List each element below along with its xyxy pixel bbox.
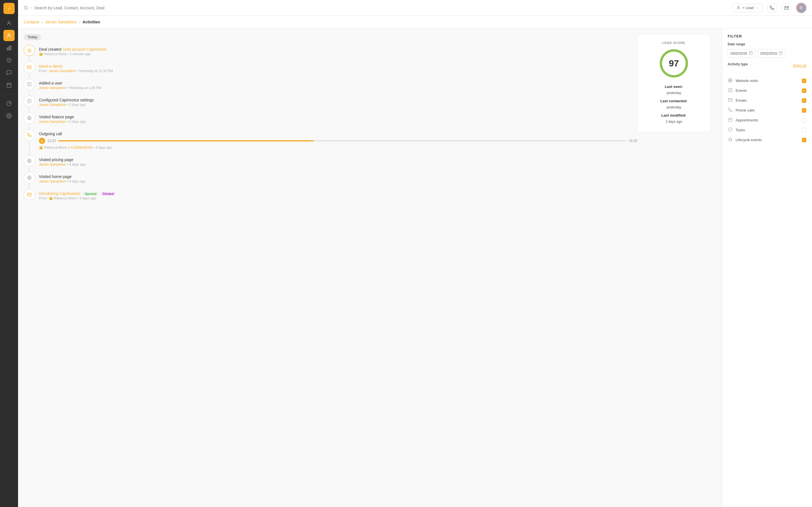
- date-to-input[interactable]: 25/02/2016: [758, 49, 785, 58]
- appointments-label: Appointments: [735, 118, 758, 122]
- emails-label: Emails: [735, 98, 747, 103]
- outgoing-call-meta: 👑 Rebecca Moris (+12093643248) • 2 days …: [39, 146, 637, 150]
- svg-point-2: [8, 21, 10, 23]
- tasks-icon: [728, 127, 733, 133]
- search-icon: [24, 6, 33, 10]
- filter-item-left: Events: [728, 88, 747, 93]
- breadcrumb-sep-1: ›: [42, 20, 43, 24]
- search-bar: [24, 6, 165, 10]
- james-link-6[interactable]: James Sampleton: [39, 179, 66, 183]
- svg-rect-38: [779, 52, 782, 55]
- visited-pricing-title: Visited pricing page: [39, 158, 716, 162]
- breadcrumb-contact-name[interactable]: James Sampleton: [45, 20, 77, 24]
- james-link-5[interactable]: James Sampleton: [39, 163, 66, 166]
- sidebar-item-analytics[interactable]: [3, 42, 15, 54]
- avatar[interactable]: R: [796, 3, 806, 13]
- date-to-value: 25/02/2016: [760, 52, 777, 55]
- phone-icon-btn[interactable]: [767, 3, 777, 13]
- filter-item-left: Appointments: [728, 117, 758, 123]
- added-user-meta: James Sampleton • Yesterday at 1:48 PM: [39, 86, 637, 90]
- breadcrumb: Contacts › James Sampleton › Activities: [18, 16, 812, 29]
- sidebar-item-calendar[interactable]: [3, 79, 15, 91]
- events-checkbox[interactable]: ✓: [802, 89, 806, 93]
- lifecycle-events-checkbox[interactable]: ✓: [802, 138, 806, 142]
- deal-created-link[interactable]: Gold account CapInvoice: [62, 47, 106, 52]
- svg-line-15: [27, 9, 28, 10]
- call-icon: [24, 129, 35, 140]
- svg-rect-4: [7, 48, 8, 50]
- visited-feature-title: Visited feature page: [39, 115, 637, 119]
- visited-home-content: Visited home page James Sampleton • 4 da…: [39, 172, 716, 183]
- svg-point-14: [24, 6, 28, 9]
- phone-link[interactable]: +12093643248: [69, 146, 91, 150]
- need-demo-link[interactable]: Need a demo: [39, 64, 63, 68]
- tasks-checkbox[interactable]: [802, 128, 806, 132]
- select-all-link[interactable]: Select all: [793, 64, 806, 68]
- timeline-item: Introducing CapInvoice! Opened Clicked F…: [24, 189, 716, 200]
- james-link-2[interactable]: James Sampleton: [39, 86, 66, 90]
- visited-pricing-meta: James Sampleton • 4 days ago: [39, 163, 716, 166]
- app-logo[interactable]: ⚡: [3, 3, 15, 14]
- filter-item-left: Website visits: [728, 78, 758, 83]
- filter-item-lifecycle-events: Lifecycle events ✓: [722, 135, 812, 145]
- timeline-line: [29, 73, 30, 78]
- timeline-line: [29, 56, 30, 62]
- need-demo-meta: From: James Sampleton • Yesterday at 12:…: [39, 69, 637, 73]
- james-link-3[interactable]: James Sampleton: [39, 103, 66, 107]
- svg-rect-6: [10, 46, 11, 50]
- lifecycle-events-icon: [728, 137, 733, 143]
- outgoing-call-title: Outgoing call: [39, 131, 637, 136]
- svg-point-13: [8, 115, 10, 117]
- sidebar-item-messages[interactable]: [3, 67, 15, 78]
- svg-rect-9: [7, 83, 11, 87]
- intro-email-link[interactable]: Introducing CapInvoice!: [39, 191, 80, 196]
- added-user-title: Added a user: [39, 81, 637, 86]
- sidebar-item-contacts[interactable]: [3, 17, 15, 29]
- call-current-time: 13:23: [47, 139, 56, 143]
- app-layout: ⚡ $: [0, 0, 812, 507]
- svg-text:⚡: ⚡: [7, 6, 12, 11]
- date-from-value: 19/02/2016: [730, 52, 747, 55]
- filter-header: FILTER Date range 19/02/2016 25/02/2016: [722, 29, 812, 76]
- email-icon: [24, 62, 35, 73]
- lead-button-label: + Lead: [742, 6, 754, 10]
- sidebar-item-reports[interactable]: [3, 98, 15, 109]
- filter-panel: FILTER Date range 19/02/2016 25/02/2016: [722, 29, 812, 507]
- website-visits-label: Website visits: [735, 78, 758, 83]
- deal-created-title: Deal created Gold account CapInvoice: [39, 47, 637, 52]
- filter-item-events: Events ✓: [722, 86, 812, 96]
- today-badge: Today: [24, 34, 41, 40]
- visited-home-title: Visited home page: [39, 174, 716, 179]
- emails-checkbox[interactable]: ✓: [802, 98, 806, 103]
- added-user-icon: [24, 78, 35, 90]
- james-link-1[interactable]: James Sampleton: [49, 69, 76, 73]
- call-duration: 15:20: [629, 139, 637, 143]
- timeline-item: Added a user James Sampleton • Yesterday…: [24, 78, 637, 90]
- filter-item-left: Phone calls: [728, 108, 755, 113]
- lead-button[interactable]: + Lead: [732, 4, 762, 12]
- website-visits-checkbox[interactable]: ✓: [802, 78, 806, 83]
- filter-item-left: Tasks: [728, 127, 745, 133]
- page-body: LEAD SCORE 97 Last seen: yesterday: [18, 29, 812, 507]
- phone-calls-checkbox[interactable]: ✓: [802, 108, 806, 113]
- sidebar-item-settings[interactable]: [3, 110, 15, 121]
- play-button[interactable]: ▶: [39, 138, 45, 144]
- sidebar: ⚡ $: [0, 0, 18, 507]
- timeline-item: Need a demo From: James Sampleton • Yest…: [24, 62, 637, 73]
- james-link-4[interactable]: James Sampleton: [39, 120, 66, 124]
- crown-icon-2: 👑: [39, 146, 43, 150]
- breadcrumb-contacts[interactable]: Contacts: [24, 20, 39, 24]
- sidebar-item-deals[interactable]: $: [3, 55, 15, 66]
- deal-created-icon: [24, 45, 35, 56]
- search-input[interactable]: [35, 6, 119, 10]
- date-from-input[interactable]: 19/02/2016: [728, 49, 755, 58]
- appointments-checkbox[interactable]: [802, 118, 806, 122]
- configured-icon: [24, 96, 35, 107]
- events-label: Events: [735, 89, 747, 93]
- tasks-label: Tasks: [735, 128, 745, 132]
- sidebar-item-contacts-active[interactable]: [3, 30, 15, 41]
- timeline-line: [29, 183, 30, 189]
- mail-icon-btn[interactable]: [781, 3, 792, 13]
- visited-home-meta: James Sampleton • 4 days ago: [39, 179, 716, 183]
- call-progress-bar[interactable]: [58, 140, 626, 142]
